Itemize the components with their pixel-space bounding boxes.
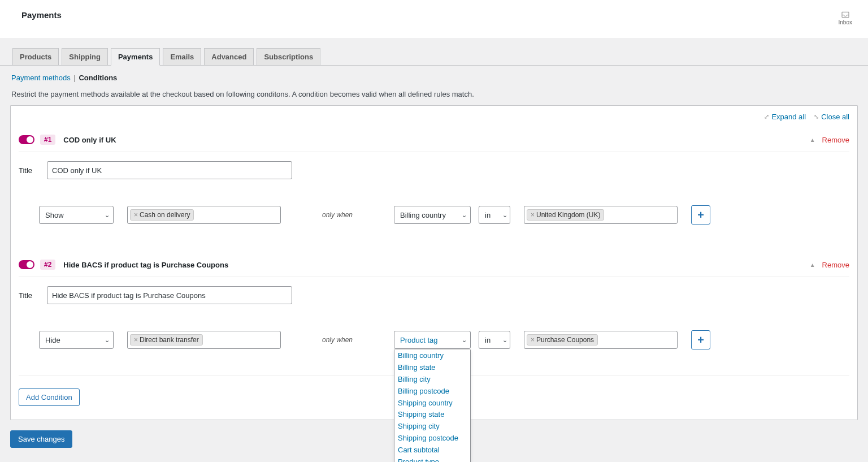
only-when-label: only when — [281, 211, 394, 219]
tag: × Purchase Coupons — [527, 334, 598, 346]
inbox-button[interactable]: Inbox — [839, 10, 852, 25]
conditions-panel: ⤢Expand all ⤡Close all #1COD only if UK▲… — [10, 105, 858, 420]
collapse-icon: ⤡ — [814, 113, 819, 120]
title-label: Title — [19, 166, 37, 175]
add-condition-button[interactable]: Add Condition — [19, 388, 80, 406]
chevron-down-icon: ⌄ — [502, 211, 507, 219]
action-select[interactable]: Hide⌄ — [39, 331, 114, 349]
dropdown-option[interactable]: Shipping city — [394, 421, 470, 433]
expand-icon: ⤢ — [764, 113, 769, 120]
chevron-down-icon: ⌄ — [502, 336, 507, 344]
value-tags[interactable]: × United Kingdom (UK) — [524, 206, 678, 224]
tag-remove-icon[interactable]: × — [531, 336, 535, 344]
operator-select[interactable]: in⌄ — [479, 206, 510, 224]
remove-link[interactable]: Remove — [822, 136, 849, 144]
title-label: Title — [19, 291, 37, 300]
tab-products[interactable]: Products — [12, 48, 59, 65]
chevron-down-icon: ⌄ — [462, 211, 467, 219]
chevron-down-icon: ⌄ — [462, 336, 467, 344]
tag: × Direct bank transfer — [130, 334, 203, 346]
operator-select[interactable]: in⌄ — [479, 331, 510, 349]
enable-toggle[interactable] — [19, 135, 34, 144]
condition-block: #1COD only if UK▲RemoveTitleShow⌄× Cash … — [11, 126, 857, 251]
payment-method-tags[interactable]: × Direct bank transfer — [127, 331, 281, 349]
action-select[interactable]: Show⌄ — [39, 206, 114, 224]
dropdown-option[interactable]: Cart subtotal — [394, 444, 470, 456]
dropdown-option[interactable]: Billing postcode — [394, 386, 470, 398]
condition-title: Hide BACS if product tag is Purchase Cou… — [63, 261, 809, 269]
subnav-payment-methods[interactable]: Payment methods — [11, 74, 71, 82]
chevron-down-icon: ⌄ — [105, 336, 110, 344]
settings-tabs: ProductsShippingPaymentsEmailsAdvancedSu… — [0, 38, 868, 65]
tab-emails[interactable]: Emails — [163, 48, 201, 65]
tab-subscriptions[interactable]: Subscriptions — [257, 48, 320, 65]
tab-advanced[interactable]: Advanced — [204, 48, 254, 65]
condition-badge: #1 — [40, 135, 55, 145]
dropdown-option[interactable]: Shipping postcode — [394, 433, 470, 444]
caret-up-icon[interactable]: ▲ — [810, 262, 815, 268]
add-rule-button[interactable]: + — [691, 205, 710, 224]
expand-all-link[interactable]: ⤢Expand all — [764, 113, 806, 121]
tag-remove-icon[interactable]: × — [531, 211, 535, 219]
add-rule-button[interactable]: + — [691, 330, 710, 349]
title-input[interactable] — [47, 161, 292, 179]
tag-remove-icon[interactable]: × — [134, 211, 138, 219]
field-select[interactable]: Billing country⌄ — [394, 206, 471, 224]
dropdown-option[interactable]: Billing state — [394, 362, 470, 374]
value-tags[interactable]: × Purchase Coupons — [524, 331, 678, 349]
tag: × United Kingdom (UK) — [527, 209, 604, 221]
tag: × Cash on delivery — [130, 209, 194, 221]
only-when-label: only when — [281, 336, 394, 344]
title-input[interactable] — [47, 286, 292, 304]
condition-title: COD only if UK — [63, 136, 809, 144]
save-changes-button[interactable]: Save changes — [10, 430, 72, 448]
inbox-icon — [840, 10, 850, 19]
tab-payments[interactable]: Payments — [111, 48, 160, 66]
subnav-conditions[interactable]: Conditions — [79, 74, 117, 82]
condition-badge: #2 — [40, 260, 55, 270]
enable-toggle[interactable] — [19, 260, 34, 269]
chevron-down-icon: ⌄ — [105, 211, 110, 219]
dropdown-option[interactable]: Billing country — [394, 350, 470, 362]
tag-remove-icon[interactable]: × — [134, 336, 138, 344]
close-all-link[interactable]: ⤡Close all — [814, 113, 849, 121]
field-select[interactable]: Product tag⌄ — [394, 331, 471, 349]
sub-nav: Payment methods | Conditions — [0, 66, 868, 88]
dropdown-option[interactable]: Billing city — [394, 374, 470, 386]
page-description: Restrict the payment methods available a… — [0, 88, 868, 105]
dropdown-option[interactable]: Product type — [394, 456, 470, 462]
dropdown-option[interactable]: Shipping state — [394, 409, 470, 421]
tab-shipping[interactable]: Shipping — [62, 48, 108, 65]
condition-block: #2Hide BACS if product tag is Purchase C… — [11, 251, 857, 375]
remove-link[interactable]: Remove — [822, 261, 849, 269]
caret-up-icon[interactable]: ▲ — [810, 137, 815, 143]
page-title: Payments — [21, 10, 62, 20]
field-dropdown: Billing countryBilling stateBilling city… — [394, 349, 471, 462]
dropdown-option[interactable]: Shipping country — [394, 398, 470, 409]
payment-method-tags[interactable]: × Cash on delivery — [127, 206, 281, 224]
